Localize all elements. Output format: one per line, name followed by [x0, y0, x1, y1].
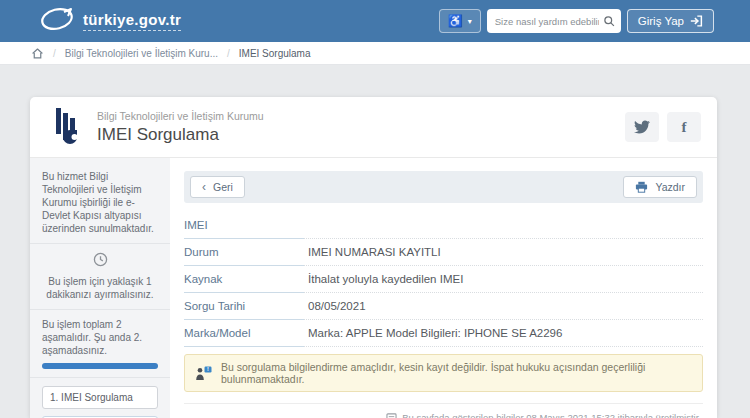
result-panel: ‹ Geri Yazdır IMEI	[170, 158, 717, 418]
svg-text:!: !	[207, 366, 209, 372]
row-label: Sorgu Tarihi	[184, 293, 304, 320]
row-value: İthalat yoluyla kaydedilen IMEI	[304, 266, 703, 293]
progress-bar	[42, 363, 158, 369]
progress-bar-fill	[42, 363, 158, 369]
edevlet-swoosh-icon	[40, 6, 76, 36]
row-label: Marka/Model	[184, 320, 304, 347]
person-alert-icon: !	[195, 366, 212, 381]
accessibility-menu-button[interactable]: ♿ ▾	[439, 9, 481, 33]
logo-wordmark: türkiye.gov.tr	[83, 11, 181, 31]
result-toolbar: ‹ Geri Yazdır	[184, 171, 703, 203]
home-icon[interactable]	[31, 47, 44, 60]
share-twitter-button[interactable]	[625, 112, 659, 142]
accessibility-icon: ♿	[448, 14, 463, 28]
table-row: Durum IMEI NUMARASI KAYITLI	[184, 239, 703, 266]
back-button-label: Geri	[213, 181, 233, 193]
share-facebook-button[interactable]: f	[667, 112, 701, 142]
table-row: Kaynak İthalat yoluyla kaydedilen IMEI	[184, 266, 703, 293]
breadcrumb-parent-link[interactable]: Bilgi Teknolojileri ve İletişim Kuru...	[65, 48, 218, 59]
login-arrow-icon	[690, 15, 703, 27]
generated-info-text: Bu sayfada gösterilen bilgiler 08 Mayıs …	[402, 412, 701, 418]
turkiye-gov-logo[interactable]: türkiye.gov.tr	[40, 6, 181, 36]
facebook-icon: f	[682, 119, 687, 136]
service-info-text: Bu hizmet Bilgi Teknolojileri ve İletişi…	[42, 170, 158, 235]
top-header: türkiye.gov.tr ♿ ▾ Giriş Yap	[0, 0, 750, 42]
table-row: Sorgu Tarihi 08/05/2021	[184, 293, 703, 320]
disclaimer-notice: ! Bu sorgulama bilgilendirme amaçlıdır, …	[184, 354, 703, 392]
document-icon	[386, 413, 397, 418]
result-table: IMEI Durum IMEI NUMARASI KAYITLI Kaynak …	[184, 212, 703, 347]
back-button[interactable]: ‹ Geri	[190, 176, 245, 198]
row-value: Marka: APPLE Model Bilgileri: IPHONE SE …	[304, 320, 703, 347]
login-button[interactable]: Giriş Yap	[627, 9, 714, 33]
sidebar-divider	[30, 377, 170, 378]
duration-info-text: Bu işlem için yaklaşık 1 dakikanızı ayır…	[42, 275, 158, 301]
table-row: Marka/Model Marka: APPLE Model Bilgileri…	[184, 320, 703, 347]
chevron-left-icon: ‹	[202, 181, 206, 193]
breadcrumb-separator: /	[227, 48, 230, 59]
chevron-down-icon: ▾	[468, 17, 472, 26]
row-label: Durum	[184, 239, 304, 266]
generated-info: Bu sayfada gösterilen bilgiler 08 Mayıs …	[184, 403, 703, 418]
row-label: IMEI	[184, 212, 304, 239]
row-value: IMEI NUMARASI KAYITLI	[304, 239, 703, 266]
sidebar-divider	[30, 243, 170, 244]
step-1-imei-sorgulama[interactable]: 1. IMEI Sorgulama	[42, 386, 158, 409]
page-title: IMEI Sorgulama	[97, 125, 264, 145]
row-label: Kaynak	[184, 266, 304, 293]
table-row: IMEI	[184, 212, 703, 239]
service-card-header: Bilgi Teknolojileri ve İletişim Kurumu I…	[30, 97, 717, 158]
agency-name: Bilgi Teknolojileri ve İletişim Kurumu	[97, 110, 264, 122]
breadcrumb: / Bilgi Teknolojileri ve İletişim Kuru..…	[0, 42, 750, 65]
disclaimer-text: Bu sorgulama bilgilendirme amaçlıdır, ke…	[221, 361, 692, 385]
printer-icon	[635, 181, 648, 193]
service-sidebar: Bu hizmet Bilgi Teknolojileri ve İletişi…	[30, 158, 170, 418]
breadcrumb-current: IMEI Sorgulama	[239, 48, 311, 59]
service-card: Bilgi Teknolojileri ve İletişim Kurumu I…	[30, 97, 717, 418]
steps-info-text: Bu işlem toplam 2 aşamalıdır. Şu anda 2.…	[42, 318, 158, 357]
breadcrumb-separator: /	[53, 48, 56, 59]
sidebar-divider	[30, 309, 170, 310]
row-value: 08/05/2021	[304, 293, 703, 320]
search-icon[interactable]	[603, 15, 615, 27]
clock-icon	[93, 252, 108, 267]
help-search-box	[487, 9, 621, 33]
print-button-label: Yazdır	[655, 181, 685, 193]
login-button-label: Giriş Yap	[638, 15, 684, 27]
search-input[interactable]	[495, 16, 599, 27]
twitter-icon	[634, 120, 650, 134]
btk-agency-logo	[54, 104, 84, 150]
print-button[interactable]: Yazdır	[623, 176, 697, 198]
row-value	[304, 212, 703, 239]
